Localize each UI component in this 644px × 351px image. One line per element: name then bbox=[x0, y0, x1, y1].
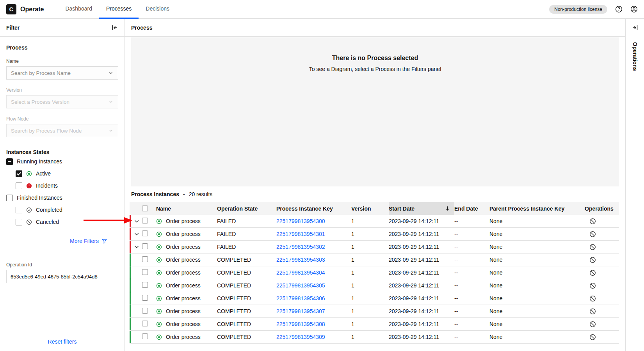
operation-state: COMPLETED bbox=[217, 321, 276, 327]
instance-row[interactable]: Order processFAILED225179981395430112023… bbox=[130, 228, 619, 241]
row-checkbox[interactable] bbox=[142, 308, 148, 314]
column-header-end-date[interactable]: End Date bbox=[454, 202, 489, 215]
active-state-icon bbox=[156, 231, 162, 237]
operation-state: COMPLETED bbox=[217, 308, 276, 314]
cancel-operation-icon bbox=[589, 257, 596, 263]
cancel-operation-button[interactable] bbox=[585, 231, 615, 238]
reset-filters-link[interactable]: Reset filters bbox=[0, 339, 125, 345]
active-checkbox[interactable] bbox=[16, 170, 22, 177]
column-label: Operation State bbox=[217, 206, 258, 212]
row-checkbox[interactable] bbox=[142, 230, 148, 236]
column-header-operations[interactable]: Operations bbox=[585, 202, 615, 215]
end-date: -- bbox=[454, 257, 489, 263]
process-instance-key-link[interactable]: 2251799813954304 bbox=[276, 269, 351, 276]
parent-process-instance-key: None bbox=[489, 308, 585, 314]
filter-state-finished-instances: Finished Instances bbox=[6, 192, 118, 204]
row-checkbox[interactable] bbox=[142, 218, 148, 223]
process-instance-key-link[interactable]: 2251799813954300 bbox=[276, 218, 351, 224]
select-all-checkbox[interactable] bbox=[142, 206, 148, 211]
end-date: -- bbox=[454, 321, 489, 327]
cancel-operation-button[interactable] bbox=[585, 282, 615, 289]
column-header-parent-process-instance-key[interactable]: Parent Process Instance Key bbox=[489, 202, 585, 215]
user-icon[interactable] bbox=[630, 5, 638, 13]
process-instance-key-link[interactable]: 2251799813954306 bbox=[276, 295, 351, 301]
cancel-operation-button[interactable] bbox=[585, 334, 615, 340]
cancel-operation-button[interactable] bbox=[585, 308, 615, 315]
more-filters-link[interactable]: More Filters bbox=[6, 238, 107, 244]
process-instance-key-link[interactable]: 2251799813954309 bbox=[276, 334, 351, 340]
instance-row[interactable]: Order processFAILED225179981395430212023… bbox=[130, 241, 619, 254]
cancel-operation-button[interactable] bbox=[585, 218, 615, 225]
instance-row[interactable]: Order processCOMPLETED225179981395430412… bbox=[130, 266, 619, 279]
instance-name: Order process bbox=[166, 231, 201, 237]
sort-descending-icon bbox=[445, 206, 450, 211]
column-header-process-instance-key[interactable]: Process Instance Key bbox=[276, 202, 351, 215]
chevron-down-icon bbox=[133, 244, 140, 250]
instance-row[interactable]: Order processCOMPLETED225179981395430612… bbox=[130, 292, 619, 305]
row-checkbox[interactable] bbox=[142, 333, 148, 339]
row-checkbox[interactable] bbox=[142, 282, 148, 288]
row-checkbox[interactable] bbox=[142, 269, 148, 275]
row-checkbox[interactable] bbox=[142, 243, 148, 249]
instance-row[interactable]: Order processCOMPLETED225179981395430812… bbox=[130, 318, 619, 331]
instance-name: Order process bbox=[166, 257, 201, 263]
process-instance-key-link[interactable]: 2251799813954302 bbox=[276, 244, 351, 250]
cancel-operation-button[interactable] bbox=[585, 295, 615, 302]
filters-panel-header: Filter bbox=[0, 19, 125, 37]
tab-decisions[interactable]: Decisions bbox=[139, 0, 176, 19]
expand-row-button[interactable] bbox=[130, 231, 142, 237]
process-instance-key-link[interactable]: 2251799813954307 bbox=[276, 308, 351, 314]
running-instances-checkbox[interactable] bbox=[6, 158, 13, 165]
tab-processes[interactable]: Processes bbox=[99, 0, 139, 19]
main-content: Process There is no Process selected To … bbox=[125, 19, 625, 351]
state-label: Incidents bbox=[36, 183, 58, 189]
cancel-operation-button[interactable] bbox=[585, 257, 615, 263]
process-name-combobox[interactable]: Search by Process Name bbox=[6, 66, 118, 80]
column-header-operation-state[interactable]: Operation State bbox=[217, 202, 276, 215]
instance-row[interactable]: Order processCOMPLETED225179981395430312… bbox=[130, 254, 619, 266]
row-checkbox[interactable] bbox=[142, 321, 148, 326]
chevron-down-icon bbox=[133, 231, 140, 237]
process-instance-key-link[interactable]: 2251799813954308 bbox=[276, 321, 351, 327]
row-checkbox[interactable] bbox=[142, 256, 148, 262]
expand-row-button[interactable] bbox=[130, 218, 142, 224]
column-header-version[interactable]: Version bbox=[351, 202, 389, 215]
results-separator: - bbox=[183, 191, 185, 197]
active-state-icon bbox=[156, 244, 162, 250]
row-checkbox[interactable] bbox=[142, 295, 148, 301]
canceled-checkbox[interactable] bbox=[16, 219, 22, 225]
expand-operations-panel-icon[interactable] bbox=[632, 24, 639, 31]
collapse-filters-panel-icon[interactable] bbox=[111, 24, 118, 31]
completed-checkbox[interactable] bbox=[16, 207, 22, 213]
start-date: 2023-09-29 14:12:11 bbox=[389, 295, 454, 301]
cancel-operation-button[interactable] bbox=[585, 269, 615, 276]
process-instance-key-link[interactable]: 2251799813954303 bbox=[276, 257, 351, 263]
instance-row[interactable]: Order processFAILED225179981395430012023… bbox=[130, 215, 619, 228]
operation-id-input[interactable]: 653ed5e6-49ed-4675-85bf-2c54a94d8 bbox=[6, 270, 118, 283]
finished-instances-checkbox[interactable] bbox=[6, 195, 13, 201]
cancel-operation-button[interactable] bbox=[585, 321, 615, 328]
column-header-name[interactable]: Name bbox=[156, 202, 217, 215]
process-name-placeholder: Search by Process Name bbox=[11, 70, 71, 76]
column-header-start-date[interactable]: Start Date bbox=[389, 202, 454, 215]
help-icon[interactable] bbox=[615, 5, 623, 13]
filter-state-canceled: Canceled bbox=[6, 216, 118, 228]
instance-row[interactable]: Order processCOMPLETED225179981395430512… bbox=[130, 279, 619, 292]
instance-row[interactable]: Order processCOMPLETED225179981395430712… bbox=[130, 305, 619, 318]
end-date: -- bbox=[454, 334, 489, 340]
expand-row-button[interactable] bbox=[130, 244, 142, 250]
active-state-icon bbox=[156, 321, 162, 327]
tab-dashboard[interactable]: Dashboard bbox=[58, 0, 99, 19]
instance-name: Order process bbox=[166, 218, 201, 224]
cancel-operation-button[interactable] bbox=[585, 244, 615, 250]
column-label: Operations bbox=[585, 206, 614, 212]
instance-row[interactable]: Order processCOMPLETED225179981395430912… bbox=[130, 331, 619, 344]
incidents-checkbox[interactable] bbox=[16, 183, 22, 189]
process-section-title: Process bbox=[6, 44, 118, 51]
process-instance-key-link[interactable]: 2251799813954301 bbox=[276, 231, 351, 237]
operation-state: COMPLETED bbox=[217, 282, 276, 289]
completed-state-icon bbox=[26, 207, 32, 213]
chevron-down-icon bbox=[133, 218, 140, 224]
process-instance-key-link[interactable]: 2251799813954305 bbox=[276, 282, 351, 289]
table-body: Order processFAILED225179981395430012023… bbox=[130, 215, 619, 344]
